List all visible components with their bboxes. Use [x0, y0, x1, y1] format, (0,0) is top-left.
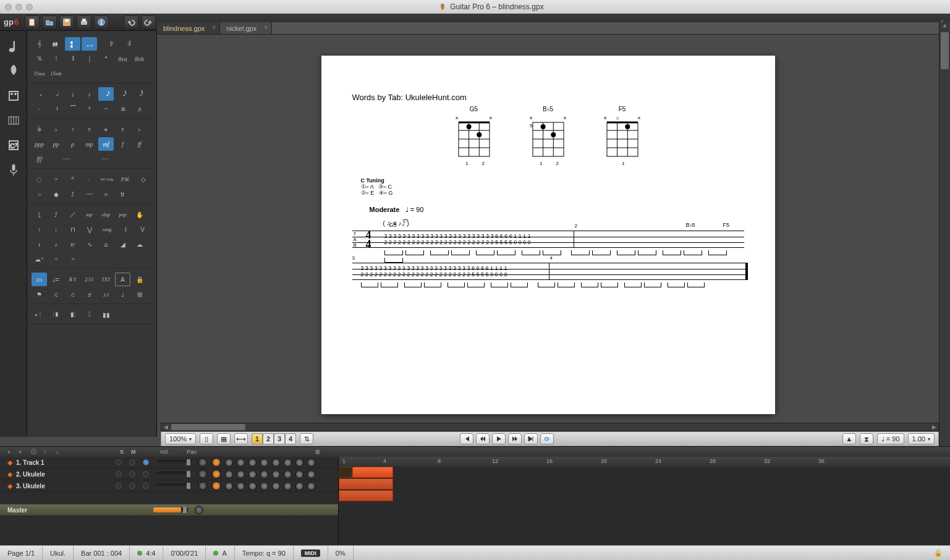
zoom-window-icon[interactable]	[26, 4, 33, 11]
downstroke-icon[interactable]: ↓	[48, 223, 64, 236]
eq-knob[interactable]	[272, 482, 280, 490]
eq-knob[interactable]	[237, 470, 245, 478]
pan-knob[interactable]	[198, 458, 207, 467]
accidental-6-icon[interactable]: ♯	[115, 122, 130, 136]
track-row-1[interactable]: ◆ 1. Track 1	[0, 457, 338, 469]
tap-icon[interactable]: tap	[82, 208, 97, 221]
eq-knob[interactable]	[295, 482, 303, 490]
grace-icon[interactable]: ♬	[132, 102, 147, 116]
dyn-fff[interactable]: fff	[32, 152, 47, 166]
barchart-3-icon[interactable]: ▮⦙	[65, 308, 80, 321]
page-1[interactable]: 1	[252, 433, 263, 444]
whole-note-icon[interactable]: 𝅝	[32, 87, 47, 101]
fermata-icon[interactable]: 𝄐	[98, 102, 114, 116]
open-button[interactable]	[42, 15, 57, 29]
eq-knob[interactable]	[260, 470, 268, 478]
eq-knob[interactable]	[237, 482, 245, 490]
zoom-select[interactable]: 100%▾	[165, 433, 196, 444]
grace-before-icon[interactable]: ♪	[32, 237, 47, 251]
undo-button[interactable]	[124, 15, 138, 29]
solo-toggle[interactable]	[116, 483, 122, 489]
remove-track-icon[interactable]: ×	[19, 449, 31, 455]
natural-icon[interactable]: ♮	[65, 122, 80, 136]
trill-icon[interactable]: tr	[65, 237, 80, 251]
score-canvas[interactable]: Words by Tab: UkuleleHunt.com G5 ×× 1 2	[157, 35, 939, 423]
eq-knob[interactable]	[307, 459, 315, 467]
sixtyfourth-note-icon[interactable]: 𝅘𝅥𝅱	[132, 87, 147, 101]
break-beam-icon[interactable]: ♪♪	[98, 287, 114, 301]
metronome-icon[interactable]: ▲	[842, 433, 856, 444]
v-icon[interactable]: V	[135, 223, 150, 236]
dyn-mf[interactable]: mf	[98, 137, 114, 151]
mixer-mode-icon[interactable]	[4, 111, 23, 130]
tremolo-icon[interactable]: ≋	[115, 102, 130, 116]
slap-icon[interactable]: slap	[98, 208, 114, 221]
eq-knob[interactable]	[284, 482, 292, 490]
time-label[interactable]: 2:51	[82, 273, 97, 286]
harmonic-icon[interactable]: ◇	[135, 172, 151, 186]
save-button[interactable]	[59, 15, 74, 29]
master-track-row[interactable]: Master	[0, 504, 338, 516]
barchart-1-icon[interactable]: ▪⋮	[32, 308, 47, 321]
visible-toggle[interactable]	[143, 471, 149, 477]
track-info-icon[interactable]: ⓘ	[31, 448, 43, 456]
section-marker-icon[interactable]: ▭	[32, 273, 47, 286]
effects-bag2-icon[interactable]: ☁⁺	[32, 252, 47, 266]
redo-button[interactable]	[141, 15, 156, 29]
scroll-thumb[interactable]	[171, 424, 245, 430]
tuplet-icon[interactable]: ³	[82, 102, 97, 116]
chord-mode-icon[interactable]: C⁷	[4, 136, 23, 155]
page-4[interactable]: 4	[285, 433, 296, 444]
status-lock-icon[interactable]: 🔒	[927, 546, 950, 560]
eq-knob[interactable]	[225, 459, 233, 467]
eq-preset-knob[interactable]	[212, 458, 221, 467]
visible-toggle[interactable]	[143, 483, 149, 489]
pan-knob[interactable]	[198, 482, 207, 490]
accent-icon[interactable]: ＞	[48, 172, 64, 186]
tie-icon[interactable]: ⁀	[65, 102, 80, 116]
hand-icon[interactable]: ✋	[132, 208, 147, 221]
forward-button[interactable]	[508, 433, 522, 444]
collapse-icon[interactable]: ⟷	[234, 433, 248, 444]
add-track-icon[interactable]: ＋	[6, 448, 19, 456]
arpeggio-icon[interactable]: ⌇	[118, 223, 134, 236]
vertical-scrollbar[interactable]: ▲	[939, 22, 950, 446]
solo-toggle[interactable]	[116, 459, 122, 465]
scroll-left-icon[interactable]: ◀	[161, 424, 170, 430]
flat-icon[interactable]: ♭	[48, 122, 64, 136]
palm-mute-icon[interactable]: P.M.	[117, 172, 134, 186]
artificial-harmonic-icon[interactable]: ◆	[48, 187, 64, 201]
pop-icon[interactable]: pop	[115, 208, 130, 221]
eq-preset-knob[interactable]	[212, 470, 221, 478]
eq-knob[interactable]	[260, 459, 268, 467]
volume-slider[interactable]	[157, 472, 192, 477]
triplet-feel-icon[interactable]	[82, 37, 97, 51]
slide-icon[interactable]: ／	[65, 208, 80, 221]
timeline-zoom-icon[interactable]: ⊞	[315, 449, 324, 455]
track-row-2[interactable]: ◆ 2. Ukulele	[0, 469, 338, 480]
mute-toggle[interactable]	[129, 483, 135, 489]
mute-toggle[interactable]	[129, 459, 135, 465]
scroll-thumb[interactable]	[941, 32, 949, 69]
scroll-up-icon[interactable]: ▲	[939, 22, 950, 31]
auto-beam-icon[interactable]: ♫	[48, 287, 64, 301]
eq-knob[interactable]	[248, 482, 257, 490]
mute-toggle[interactable]	[129, 471, 135, 477]
eq-knob[interactable]	[260, 482, 268, 490]
dotted-bar-icon[interactable]: ┊	[82, 52, 97, 66]
barchart-4-icon[interactable]: ⦙⦙	[82, 308, 97, 321]
clip-dark[interactable]	[339, 467, 352, 478]
flag-icon[interactable]: ⚑	[32, 287, 47, 301]
dyn-ff[interactable]: ff	[132, 137, 147, 151]
master-volume-slider[interactable]	[153, 507, 188, 512]
beam-icon[interactable]: ♫	[65, 287, 80, 301]
force-beam-icon[interactable]: ♬	[82, 287, 97, 301]
eq-preset-knob[interactable]	[212, 482, 221, 490]
repeat-open-icon[interactable]: 𝄆	[104, 37, 120, 51]
pickstroke-up-icon[interactable]: ⊓	[65, 223, 80, 236]
dyn-p[interactable]: p	[65, 137, 80, 151]
layout-single-icon[interactable]: ▯	[200, 433, 213, 444]
tab-stave-1[interactable]: G5 B♭5 F5 2 TAB 44 3 3 3 3 3 3 3 3 3 3 3…	[352, 231, 744, 248]
keysig-icon[interactable]: ♯♯	[48, 37, 64, 51]
end-bar-icon[interactable]: 𝄂	[65, 52, 80, 66]
